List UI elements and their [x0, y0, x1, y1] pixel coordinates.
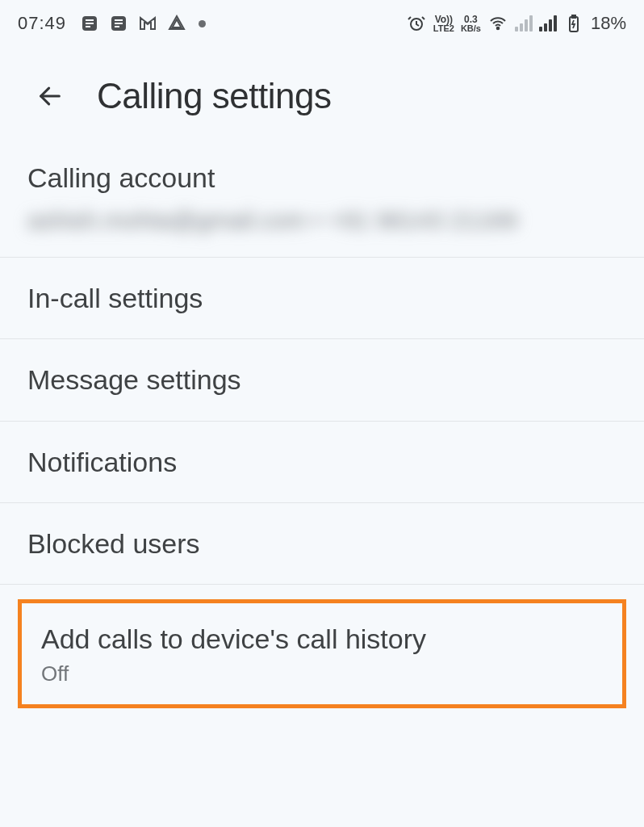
- back-button[interactable]: [32, 78, 68, 114]
- row-blocked-users[interactable]: Blocked users: [0, 503, 644, 585]
- row-label: Blocked users: [27, 526, 617, 561]
- row-add-calls-history[interactable]: Add calls to device's call history Off: [18, 599, 626, 708]
- svg-rect-5: [115, 19, 123, 21]
- alarm-icon: [406, 13, 427, 34]
- battery-percent: 18%: [591, 13, 626, 34]
- arrow-left-icon: [36, 82, 64, 110]
- gmail-icon: [137, 13, 158, 34]
- signal-sim2-icon: [539, 15, 557, 31]
- svg-rect-11: [572, 15, 575, 18]
- row-notifications[interactable]: Notifications: [0, 422, 644, 503]
- row-message-settings[interactable]: Message settings: [0, 339, 644, 421]
- row-subtitle-account: ashish.mohta@gmail.com • +91 96143 21169: [27, 207, 617, 234]
- volte-indicator: Vo)) LTE2: [433, 15, 454, 33]
- notif-overflow-dot-icon: [199, 20, 206, 27]
- drive-warning-icon: [166, 13, 187, 34]
- row-label: Message settings: [27, 362, 617, 397]
- page-title: Calling settings: [97, 76, 331, 116]
- svg-point-9: [497, 27, 500, 30]
- notif-doc2-icon: [108, 13, 129, 34]
- status-clock: 07:49: [18, 13, 66, 34]
- row-label: Calling account: [27, 160, 617, 195]
- signal-sim1-icon: [515, 15, 533, 31]
- row-label: Notifications: [27, 444, 617, 480]
- row-incall-settings[interactable]: In-call settings: [0, 258, 644, 339]
- data-rate-indicator: 0.3 KB/s: [461, 15, 481, 33]
- svg-rect-3: [86, 26, 90, 27]
- svg-rect-1: [86, 19, 94, 21]
- row-label: Add calls to device's call history: [41, 621, 603, 657]
- row-label: In-call settings: [27, 280, 617, 316]
- status-bar: 07:49 Vo)) LTE2 0.3: [0, 0, 644, 47]
- app-bar: Calling settings: [0, 47, 644, 152]
- battery-charging-icon: [563, 13, 584, 34]
- row-calling-account[interactable]: Calling account ashish.mohta@gmail.com •…: [0, 152, 644, 258]
- svg-rect-2: [86, 23, 94, 24]
- row-state: Off: [41, 661, 603, 686]
- svg-rect-7: [115, 26, 119, 27]
- svg-rect-6: [115, 23, 123, 24]
- notif-doc-icon: [79, 13, 100, 34]
- wifi-icon: [487, 13, 508, 34]
